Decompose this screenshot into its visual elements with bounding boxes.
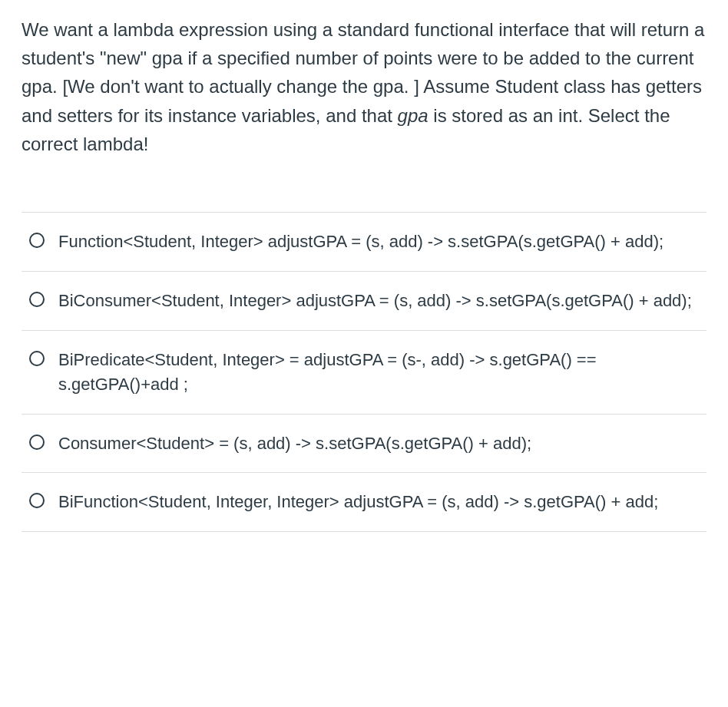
option-row[interactable]: Function<Student, Integer> adjustGPA = (…: [22, 213, 706, 272]
question-prompt: We want a lambda expression using a stan…: [22, 15, 706, 158]
radio-icon[interactable]: [29, 233, 45, 248]
radio-wrap: [29, 348, 45, 366]
option-text: BiConsumer<Student, Integer> adjustGPA =…: [58, 289, 692, 313]
option-text: Consumer<Student> = (s, add) -> s.setGPA…: [58, 431, 531, 456]
radio-wrap: [29, 230, 45, 248]
option-row[interactable]: BiConsumer<Student, Integer> adjustGPA =…: [22, 272, 706, 331]
radio-wrap: [29, 289, 45, 307]
radio-icon[interactable]: [29, 434, 45, 450]
radio-wrap: [29, 431, 45, 450]
option-row[interactable]: BiFunction<Student, Integer, Integer> ad…: [22, 473, 706, 532]
option-text: BiFunction<Student, Integer, Integer> ad…: [58, 490, 658, 514]
option-row[interactable]: BiPredicate<Student, Integer> = adjustGP…: [22, 331, 706, 415]
options-list: Function<Student, Integer> adjustGPA = (…: [22, 212, 706, 532]
radio-icon[interactable]: [29, 292, 45, 307]
option-row[interactable]: Consumer<Student> = (s, add) -> s.setGPA…: [22, 415, 706, 474]
prompt-text-italic: gpa: [398, 105, 429, 126]
option-text: Function<Student, Integer> adjustGPA = (…: [58, 230, 663, 254]
radio-icon[interactable]: [29, 351, 45, 366]
option-text: BiPredicate<Student, Integer> = adjustGP…: [58, 348, 699, 397]
radio-icon[interactable]: [29, 493, 45, 508]
radio-wrap: [29, 490, 45, 508]
